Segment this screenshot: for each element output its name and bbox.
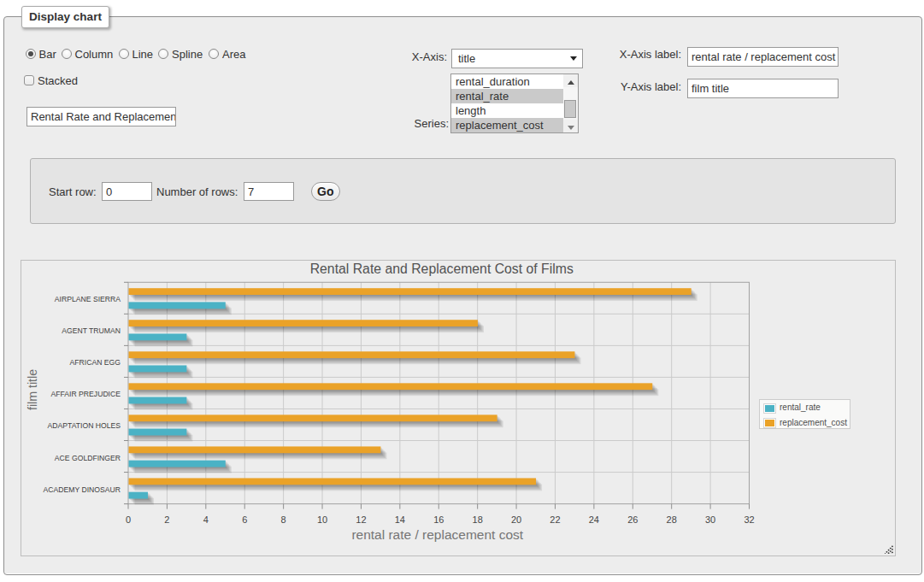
svg-text:0: 0 <box>126 514 131 525</box>
svg-text:AIRPLANE SIERRA: AIRPLANE SIERRA <box>55 295 121 303</box>
svg-text:ACADEMY DINOSAUR: ACADEMY DINOSAUR <box>44 485 121 494</box>
svg-text:2: 2 <box>164 514 169 525</box>
svg-text:12: 12 <box>356 514 366 525</box>
svg-text:6: 6 <box>242 514 247 525</box>
svg-text:rental rate / replacement cost: rental rate / replacement cost <box>351 527 523 542</box>
svg-text:18: 18 <box>473 514 483 525</box>
svg-text:4: 4 <box>203 514 209 525</box>
svg-text:film title: film title <box>26 369 39 410</box>
svg-text:28: 28 <box>667 514 677 525</box>
svg-text:8: 8 <box>281 514 286 525</box>
svg-text:26: 26 <box>627 514 638 525</box>
svg-text:AFFAIR PREJUDICE: AFFAIR PREJUDICE <box>51 390 121 398</box>
svg-text:ADAPTATION HOLES: ADAPTATION HOLES <box>48 421 121 430</box>
svg-text:14: 14 <box>395 514 405 525</box>
svg-text:ACE GOLDFINGER: ACE GOLDFINGER <box>55 454 121 462</box>
svg-text:Rental Rate and Replacement Co: Rental Rate and Replacement Cost of Film… <box>310 262 574 276</box>
svg-text:30: 30 <box>705 514 715 525</box>
svg-text:22: 22 <box>550 514 560 525</box>
svg-text:20: 20 <box>511 514 521 525</box>
svg-text:32: 32 <box>744 514 754 525</box>
svg-text:AGENT TRUMAN: AGENT TRUMAN <box>62 326 121 335</box>
svg-text:10: 10 <box>317 514 327 525</box>
svg-text:AFRICAN EGG: AFRICAN EGG <box>70 358 121 367</box>
svg-text:16: 16 <box>433 514 444 525</box>
svg-text:24: 24 <box>589 514 599 525</box>
